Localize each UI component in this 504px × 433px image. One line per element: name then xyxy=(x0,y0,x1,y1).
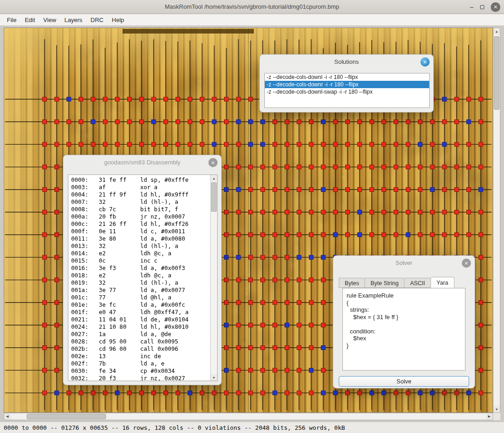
disassembly-text: 0000: 31 fe ff ld sp, #0xfffe 0003: af x… xyxy=(68,175,217,381)
close-icon: ✕ xyxy=(465,261,468,266)
horizontal-scrollbar[interactable]: ◀ ▶ xyxy=(4,413,493,420)
close-button[interactable]: ✕ xyxy=(491,2,500,12)
vertical-scrollbar[interactable]: ▲ ▼ xyxy=(493,28,500,413)
solutions-dialog-title: Solutions xyxy=(260,58,433,65)
status-bar: 0000 to 0000 -- 01276 x 00635 -- 16 rows… xyxy=(0,422,504,433)
window-controls: − ✕ xyxy=(470,0,500,14)
menubar: File Edit View Layers DRC Help xyxy=(0,14,504,26)
solutions-list: -z --decode-cols-downl -i -r 180 --flipx… xyxy=(264,73,430,108)
menu-drc[interactable]: DRC xyxy=(86,15,107,25)
window-title: MaskRomTool /home/travis/svn/gbrom-tutor… xyxy=(0,3,504,10)
yara-rule-textarea[interactable]: rule ExampleRule { strings: $hex = { 31 … xyxy=(342,288,465,371)
close-icon: ✕ xyxy=(423,60,427,65)
solver-close-button[interactable]: ✕ xyxy=(462,259,471,268)
horizontal-scroll-thumb[interactable] xyxy=(27,414,106,419)
menu-file[interactable]: File xyxy=(3,15,21,25)
scrollbar-corner xyxy=(493,413,500,420)
solution-item-selected[interactable]: -z --decode-cols-downr -i -r 180 --flipx xyxy=(265,81,429,88)
solution-item[interactable]: -z --decode-cols-downl-swap -i -r 180 --… xyxy=(265,88,429,96)
menu-edit[interactable]: Edit xyxy=(21,15,39,25)
solver-dialog-title: Solver xyxy=(333,259,475,266)
app-window: MaskRomTool /home/travis/svn/gbrom-tutor… xyxy=(0,0,504,433)
menu-layers[interactable]: Layers xyxy=(60,15,86,25)
disassembly-scroll-thumb[interactable] xyxy=(211,182,217,212)
scroll-up-icon[interactable]: ▲ xyxy=(211,175,217,181)
solutions-dialog: Solutions ✕ -z --decode-cols-downl -i -r… xyxy=(259,54,434,112)
close-icon: ✕ xyxy=(211,160,215,165)
disassembly-textarea[interactable]: 0000: 31 fe ff ld sp, #0xfffe 0003: af x… xyxy=(68,174,218,381)
tab-ascii[interactable]: ASCII xyxy=(404,278,431,288)
titlebar: MaskRomTool /home/travis/svn/gbrom-tutor… xyxy=(0,0,504,14)
tab-byte-string[interactable]: Byte String xyxy=(364,278,404,288)
scroll-down-icon[interactable]: ▼ xyxy=(493,406,500,412)
minimize-button[interactable]: − xyxy=(470,4,474,11)
solutions-close-button[interactable]: ✕ xyxy=(420,57,430,67)
solution-item[interactable]: -z --decode-cols-downl -i -r 180 --flipx xyxy=(265,73,429,81)
solver-tabbar: Bytes Byte String ASCII Yara xyxy=(339,277,454,288)
menu-view[interactable]: View xyxy=(39,15,60,25)
scroll-down-icon[interactable]: ▼ xyxy=(211,374,217,381)
scroll-up-icon[interactable]: ▲ xyxy=(493,28,500,34)
scroll-right-icon[interactable]: ▶ xyxy=(486,413,493,420)
vertical-scroll-thumb[interactable] xyxy=(494,36,499,110)
solve-button[interactable]: Solve xyxy=(339,376,469,387)
solver-dialog: Solver ✕ Bytes Byte String ASCII Yara ru… xyxy=(333,255,475,388)
disassembly-close-button[interactable]: ✕ xyxy=(208,158,218,167)
tab-yara[interactable]: Yara xyxy=(431,277,454,288)
scroll-left-icon[interactable]: ◀ xyxy=(4,413,11,420)
maximize-button[interactable] xyxy=(480,5,484,9)
yara-rule-text: rule ExampleRule { strings: $hex = { 31 … xyxy=(343,288,465,353)
disassembly-scrollbar[interactable]: ▲ ▼ xyxy=(210,175,217,381)
close-icon: ✕ xyxy=(493,4,498,10)
disassembly-dialog-title: goodasm/sm83 Disassembly xyxy=(63,159,221,166)
disassembly-dialog: goodasm/sm83 Disassembly ✕ 0000: 31 fe f… xyxy=(63,155,222,385)
tab-bytes[interactable]: Bytes xyxy=(339,278,364,288)
menu-help[interactable]: Help xyxy=(108,15,129,25)
